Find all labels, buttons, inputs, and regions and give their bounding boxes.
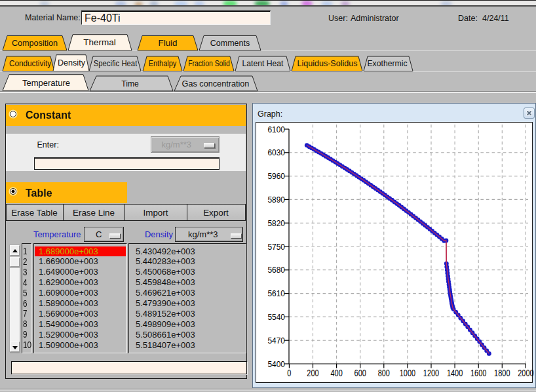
svg-text:1600: 1600 bbox=[470, 368, 486, 378]
svg-text:5820: 5820 bbox=[268, 219, 286, 228]
svg-text:5540: 5540 bbox=[268, 313, 286, 322]
svg-text:1200: 1200 bbox=[423, 368, 439, 378]
svg-text:6100: 6100 bbox=[268, 125, 286, 134]
svg-text:5680: 5680 bbox=[268, 265, 286, 275]
svg-text:200: 200 bbox=[307, 368, 318, 378]
svg-text:5890: 5890 bbox=[268, 195, 286, 205]
svg-text:400: 400 bbox=[330, 368, 342, 378]
svg-text:5750: 5750 bbox=[268, 243, 286, 252]
svg-text:5470: 5470 bbox=[268, 336, 286, 345]
svg-text:1800: 1800 bbox=[494, 368, 510, 378]
svg-text:0: 0 bbox=[287, 368, 291, 378]
svg-text:1000: 1000 bbox=[400, 368, 415, 378]
svg-text:5610: 5610 bbox=[268, 289, 286, 298]
svg-text:600: 600 bbox=[354, 368, 366, 378]
svg-text:6030: 6030 bbox=[268, 148, 286, 157]
svg-text:5960: 5960 bbox=[268, 172, 286, 181]
svg-text:800: 800 bbox=[378, 368, 390, 378]
svg-text:5400: 5400 bbox=[268, 360, 286, 369]
svg-text:1400: 1400 bbox=[447, 368, 463, 378]
svg-text:2000: 2000 bbox=[518, 368, 533, 378]
